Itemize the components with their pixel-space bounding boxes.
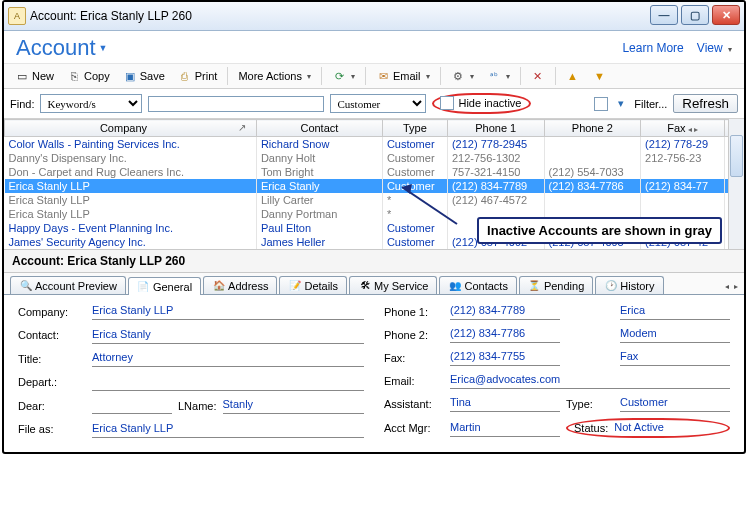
val-depart[interactable] xyxy=(92,374,364,391)
val-company[interactable]: Erica Stanly LLP xyxy=(92,303,364,320)
filter-label[interactable]: Filter... xyxy=(634,98,667,110)
cell-type: * xyxy=(382,193,447,207)
view-menu[interactable]: View ▾ xyxy=(697,41,732,55)
val-fax[interactable]: (212) 834-7755 xyxy=(450,349,560,366)
col-phone1[interactable]: Phone 1 xyxy=(447,120,544,137)
abc-icon xyxy=(487,69,501,83)
nav-down-button[interactable] xyxy=(588,66,612,86)
cell-company: Erica Stanly LLP xyxy=(5,193,257,207)
scroll-thumb[interactable] xyxy=(730,135,743,177)
val-fileas[interactable]: Erica Stanly LLP xyxy=(92,421,364,438)
page-dropdown-icon[interactable]: ▼ xyxy=(99,43,108,53)
tab-pending[interactable]: ⏳Pending xyxy=(519,276,593,294)
grid-wrapper: Company ↗ Contact Type Phone 1 Phone 2 F… xyxy=(4,119,744,249)
tab-history[interactable]: 🕑History xyxy=(595,276,663,294)
lbl-lname: LName: xyxy=(178,400,217,412)
tab-general[interactable]: 📄General xyxy=(128,277,201,295)
tab-nav[interactable]: ◂ ▸ xyxy=(723,279,738,291)
cell-phone2: (212) 687-4093 xyxy=(544,235,641,249)
table-row[interactable]: Erica Stanly LLPLilly Carter*(212) 467-4… xyxy=(5,193,744,207)
accounts-grid[interactable]: Company ↗ Contact Type Phone 1 Phone 2 F… xyxy=(4,119,744,249)
val-contact[interactable]: Erica Stanly xyxy=(92,327,364,344)
col-company[interactable]: Company ↗ xyxy=(5,120,257,137)
cell-company: Erica Stanly LLP xyxy=(5,179,257,193)
val-fax-type[interactable]: Fax xyxy=(620,349,730,366)
lbl-fileas: File as: xyxy=(18,423,86,435)
val-dear[interactable] xyxy=(92,397,172,414)
tab-contacts[interactable]: 👥Contacts xyxy=(439,276,516,294)
table-row[interactable]: Don - Carpet and Rug Cleaners Inc.Tom Br… xyxy=(5,165,744,179)
titlebar[interactable]: A Account: Erica Stanly LLP 260 — ▢ ✕ xyxy=(4,2,744,31)
cell-phone2 xyxy=(544,151,641,165)
val-lname[interactable]: Stanly xyxy=(223,397,364,414)
table-row[interactable]: Erica Stanly LLPDanny Portman* xyxy=(5,207,744,221)
tab-details[interactable]: 📝Details xyxy=(279,276,347,294)
cell-type: Customer xyxy=(382,165,447,179)
cell-phone2: (212) 834-7786 xyxy=(544,179,641,193)
save-button[interactable]: Save xyxy=(118,66,170,86)
val-phone1-type[interactable]: Erica xyxy=(620,303,730,320)
maximize-button[interactable]: ▢ xyxy=(681,5,709,25)
cell-type: Customer xyxy=(382,151,447,165)
tab-account-preview[interactable]: 🔍Account Preview xyxy=(10,276,126,294)
mail-icon xyxy=(376,69,390,83)
val-email[interactable]: Erica@advocates.com xyxy=(450,372,730,389)
val-phone1[interactable]: (212) 834-7789 xyxy=(450,303,560,320)
cell-phone1: (212) 778-2945 xyxy=(447,137,544,152)
grid-scrollbar[interactable] xyxy=(728,119,744,249)
find-type-select[interactable]: Customer xyxy=(330,94,426,113)
find-mode-select[interactable]: Keyword/s xyxy=(40,94,142,113)
sync-button[interactable]: ▾ xyxy=(327,66,360,86)
lbl-depart: Depart.: xyxy=(18,376,86,388)
lbl-fax: Fax: xyxy=(384,352,444,364)
delete-button[interactable] xyxy=(526,66,550,86)
table-row[interactable]: Happy Days - Event Planning Inc.Paul Elt… xyxy=(5,221,744,235)
lbl-contact: Contact: xyxy=(18,329,86,341)
lbl-phone2: Phone 2: xyxy=(384,329,444,341)
close-button[interactable]: ✕ xyxy=(712,5,740,25)
val-title[interactable]: Attorney xyxy=(92,350,364,367)
hide-inactive-checkbox[interactable] xyxy=(440,96,454,110)
table-row[interactable]: James' Security Agency Inc.James HellerC… xyxy=(5,235,744,249)
gear-icon xyxy=(451,69,465,83)
new-button[interactable]: New xyxy=(10,66,59,86)
lbl-phone1: Phone 1: xyxy=(384,306,444,318)
page-title[interactable]: Account xyxy=(16,35,96,61)
refresh-button[interactable]: Refresh xyxy=(673,94,738,113)
tab-myservice[interactable]: 🛠My Service xyxy=(349,276,437,294)
spellcheck-button[interactable]: ▾ xyxy=(482,66,515,86)
val-status[interactable]: Not Active xyxy=(614,420,722,436)
col-phone2[interactable]: Phone 2 xyxy=(544,120,641,137)
val-acctmgr[interactable]: Martin xyxy=(450,420,560,437)
table-row[interactable]: Color Walls - Painting Services Inc.Rich… xyxy=(5,137,744,152)
copy-button[interactable]: Copy xyxy=(62,66,115,86)
cell-phone1: (212) 834-7789 xyxy=(447,179,544,193)
table-row[interactable]: Danny's Dispensary Inc.Danny HoltCustome… xyxy=(5,151,744,165)
tab-address[interactable]: 🏠Address xyxy=(203,276,277,294)
details-icon: 📝 xyxy=(288,279,301,292)
more-actions-button[interactable]: More Actions▾ xyxy=(233,67,316,85)
minimize-button[interactable]: — xyxy=(650,5,678,25)
cell-company: Don - Carpet and Rug Cleaners Inc. xyxy=(5,165,257,179)
email-button[interactable]: Email▾ xyxy=(371,66,435,86)
val-type[interactable]: Customer xyxy=(620,395,730,412)
cell-company: Erica Stanly LLP xyxy=(5,207,257,221)
print-button[interactable]: Print xyxy=(173,66,223,86)
nav-up-button[interactable] xyxy=(561,66,585,86)
col-contact[interactable]: Contact xyxy=(256,120,382,137)
form-left: Company: Erica Stanly LLP Contact: Erica… xyxy=(18,303,364,438)
cell-type: Customer xyxy=(382,235,447,249)
filter-checkbox[interactable] xyxy=(594,97,608,111)
table-row[interactable]: Erica Stanly LLPErica StanlyCustomer(212… xyxy=(5,179,744,193)
cell-type: Customer xyxy=(382,221,447,235)
col-fax[interactable]: Fax ◂ ▸ xyxy=(641,120,725,137)
cell-fax: (212) 687-42 xyxy=(641,235,725,249)
settings-button[interactable]: ▾ xyxy=(446,66,479,86)
find-input[interactable] xyxy=(148,96,324,112)
val-phone2-type[interactable]: Modem xyxy=(620,326,730,343)
val-phone2[interactable]: (212) 834-7786 xyxy=(450,326,560,343)
learn-more-link[interactable]: Learn More xyxy=(622,41,683,55)
grid-header-row[interactable]: Company ↗ Contact Type Phone 1 Phone 2 F… xyxy=(5,120,744,137)
col-type[interactable]: Type xyxy=(382,120,447,137)
val-assistant[interactable]: Tina xyxy=(450,395,560,412)
